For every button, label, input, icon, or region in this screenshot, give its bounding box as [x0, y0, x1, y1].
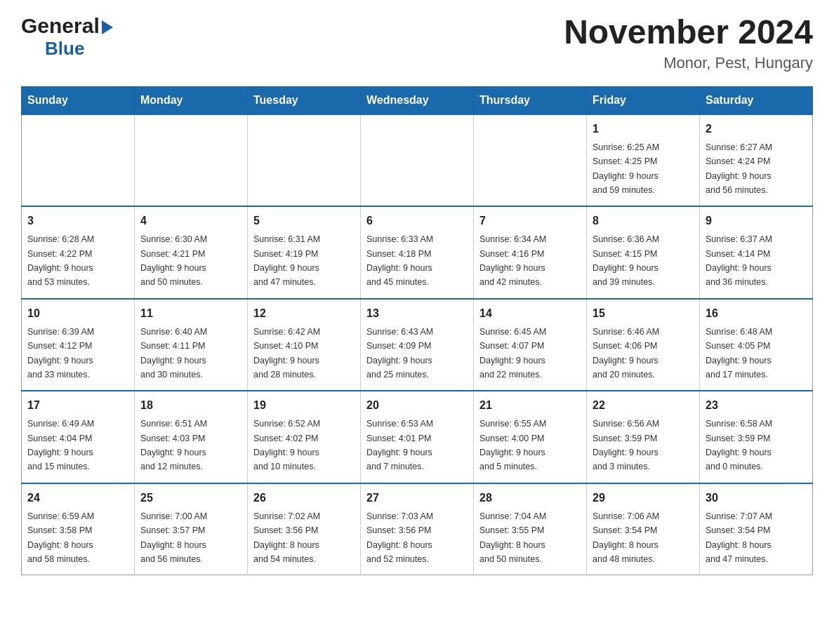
calendar-cell: 30Sunrise: 7:07 AMSunset: 3:54 PMDayligh… [700, 483, 813, 575]
day-number: 4 [140, 213, 241, 229]
calendar-cell: 21Sunrise: 6:55 AMSunset: 4:00 PMDayligh… [474, 391, 587, 483]
day-number: 14 [479, 305, 581, 322]
day-number: 7 [479, 213, 581, 229]
day-number: 23 [706, 397, 807, 414]
day-info: Sunrise: 6:27 AMSunset: 4:24 PMDaylight:… [706, 142, 772, 195]
calendar-cell: 23Sunrise: 6:58 AMSunset: 3:59 PMDayligh… [700, 391, 813, 483]
calendar-cell: 10Sunrise: 6:39 AMSunset: 4:12 PMDayligh… [22, 299, 135, 391]
weekday-header-saturday: Saturday [700, 86, 813, 114]
day-info: Sunrise: 6:59 AMSunset: 3:58 PMDaylight:… [27, 511, 94, 564]
calendar-cell [135, 114, 248, 207]
calendar-week-row: 1Sunrise: 6:25 AMSunset: 4:25 PMDaylight… [22, 114, 813, 207]
day-info: Sunrise: 6:28 AMSunset: 4:22 PMDaylight:… [27, 234, 94, 287]
day-info: Sunrise: 6:46 AMSunset: 4:06 PMDaylight:… [593, 327, 659, 380]
day-number: 8 [593, 213, 694, 229]
logo-arrow-icon [102, 20, 113, 34]
day-info: Sunrise: 6:58 AMSunset: 3:59 PMDaylight:… [706, 419, 772, 471]
calendar-subtitle: Monor, Pest, Hungary [564, 54, 813, 72]
calendar-cell: 7Sunrise: 6:34 AMSunset: 4:16 PMDaylight… [474, 206, 587, 299]
calendar-cell: 25Sunrise: 7:00 AMSunset: 3:57 PMDayligh… [135, 483, 248, 575]
day-info: Sunrise: 6:25 AMSunset: 4:25 PMDaylight:… [593, 142, 659, 195]
calendar-cell [248, 114, 361, 207]
day-info: Sunrise: 6:37 AMSunset: 4:14 PMDaylight:… [706, 234, 772, 287]
weekday-header-thursday: Thursday [474, 86, 587, 114]
day-number: 28 [479, 490, 581, 507]
day-number: 2 [706, 121, 807, 137]
calendar-title: November 2024 [564, 14, 813, 51]
calendar-cell: 16Sunrise: 6:48 AMSunset: 4:05 PMDayligh… [700, 299, 813, 391]
calendar-week-row: 3Sunrise: 6:28 AMSunset: 4:22 PMDaylight… [22, 206, 813, 299]
day-number: 10 [27, 305, 128, 322]
day-number: 26 [253, 490, 355, 507]
day-info: Sunrise: 7:06 AMSunset: 3:54 PMDaylight:… [593, 511, 659, 564]
day-number: 9 [706, 213, 807, 229]
day-info: Sunrise: 6:39 AMSunset: 4:12 PMDaylight:… [27, 327, 94, 380]
calendar-cell [474, 114, 587, 207]
day-number: 13 [366, 305, 468, 322]
day-info: Sunrise: 6:56 AMSunset: 3:59 PMDaylight:… [593, 419, 659, 471]
calendar-cell: 5Sunrise: 6:31 AMSunset: 4:19 PMDaylight… [248, 206, 361, 299]
calendar-cell: 28Sunrise: 7:04 AMSunset: 3:55 PMDayligh… [474, 483, 587, 575]
calendar-cell: 19Sunrise: 6:52 AMSunset: 4:02 PMDayligh… [248, 391, 361, 483]
logo-general-text: General [21, 14, 100, 38]
day-number: 6 [366, 213, 468, 229]
calendar-table: SundayMondayTuesdayWednesdayThursdayFrid… [21, 86, 813, 576]
day-info: Sunrise: 6:55 AMSunset: 4:00 PMDaylight:… [479, 419, 546, 471]
calendar-cell: 4Sunrise: 6:30 AMSunset: 4:21 PMDaylight… [135, 206, 248, 299]
day-info: Sunrise: 6:51 AMSunset: 4:03 PMDaylight:… [140, 419, 207, 471]
calendar-cell: 11Sunrise: 6:40 AMSunset: 4:11 PMDayligh… [135, 299, 248, 391]
day-info: Sunrise: 6:30 AMSunset: 4:21 PMDaylight:… [140, 234, 207, 287]
day-number: 22 [593, 397, 694, 414]
weekday-header-row: SundayMondayTuesdayWednesdayThursdayFrid… [22, 86, 813, 114]
day-info: Sunrise: 6:34 AMSunset: 4:16 PMDaylight:… [479, 234, 546, 287]
calendar-cell [22, 114, 135, 207]
calendar-header: SundayMondayTuesdayWednesdayThursdayFrid… [22, 86, 813, 114]
day-number: 17 [27, 397, 128, 414]
weekday-header-sunday: Sunday [22, 86, 135, 114]
calendar-week-row: 24Sunrise: 6:59 AMSunset: 3:58 PMDayligh… [22, 483, 813, 575]
calendar-cell: 1Sunrise: 6:25 AMSunset: 4:25 PMDaylight… [587, 114, 700, 207]
calendar-cell: 13Sunrise: 6:43 AMSunset: 4:09 PMDayligh… [361, 299, 474, 391]
title-section: November 2024 Monor, Pest, Hungary [564, 14, 813, 72]
day-info: Sunrise: 6:48 AMSunset: 4:05 PMDaylight:… [706, 327, 772, 380]
calendar-cell: 14Sunrise: 6:45 AMSunset: 4:07 PMDayligh… [474, 299, 587, 391]
day-info: Sunrise: 7:04 AMSunset: 3:55 PMDaylight:… [479, 511, 546, 564]
calendar-cell: 12Sunrise: 6:42 AMSunset: 4:10 PMDayligh… [248, 299, 361, 391]
logo: General Blue [21, 14, 113, 60]
day-info: Sunrise: 7:07 AMSunset: 3:54 PMDaylight:… [706, 511, 772, 564]
day-number: 3 [27, 213, 128, 229]
day-number: 1 [593, 121, 694, 137]
day-info: Sunrise: 6:40 AMSunset: 4:11 PMDaylight:… [140, 327, 207, 380]
weekday-header-tuesday: Tuesday [248, 86, 361, 114]
day-info: Sunrise: 7:03 AMSunset: 3:56 PMDaylight:… [366, 511, 433, 564]
calendar-cell [361, 114, 474, 207]
calendar-cell: 29Sunrise: 7:06 AMSunset: 3:54 PMDayligh… [587, 483, 700, 575]
day-number: 18 [140, 397, 241, 414]
day-info: Sunrise: 6:52 AMSunset: 4:02 PMDaylight:… [253, 419, 320, 471]
calendar-cell: 18Sunrise: 6:51 AMSunset: 4:03 PMDayligh… [135, 391, 248, 483]
calendar-cell: 2Sunrise: 6:27 AMSunset: 4:24 PMDaylight… [700, 114, 813, 207]
day-info: Sunrise: 6:33 AMSunset: 4:18 PMDaylight:… [366, 234, 433, 287]
day-number: 24 [27, 490, 128, 507]
calendar-week-row: 17Sunrise: 6:49 AMSunset: 4:04 PMDayligh… [22, 391, 813, 483]
day-number: 27 [366, 490, 468, 507]
weekday-header-monday: Monday [135, 86, 248, 114]
page-header: General Blue November 2024 Monor, Pest, … [21, 14, 813, 72]
day-info: Sunrise: 6:43 AMSunset: 4:09 PMDaylight:… [366, 327, 433, 380]
day-info: Sunrise: 6:36 AMSunset: 4:15 PMDaylight:… [593, 234, 659, 287]
day-number: 25 [140, 490, 241, 507]
day-number: 21 [479, 397, 581, 414]
day-number: 5 [253, 213, 355, 229]
day-info: Sunrise: 6:53 AMSunset: 4:01 PMDaylight:… [366, 419, 433, 471]
day-number: 11 [140, 305, 241, 322]
calendar-cell: 26Sunrise: 7:02 AMSunset: 3:56 PMDayligh… [248, 483, 361, 575]
calendar-cell: 27Sunrise: 7:03 AMSunset: 3:56 PMDayligh… [361, 483, 474, 575]
day-number: 20 [366, 397, 468, 414]
day-number: 29 [593, 490, 694, 507]
calendar-week-row: 10Sunrise: 6:39 AMSunset: 4:12 PMDayligh… [22, 299, 813, 391]
calendar-cell: 6Sunrise: 6:33 AMSunset: 4:18 PMDaylight… [361, 206, 474, 299]
weekday-header-friday: Friday [587, 86, 700, 114]
calendar-cell: 24Sunrise: 6:59 AMSunset: 3:58 PMDayligh… [22, 483, 135, 575]
day-info: Sunrise: 6:45 AMSunset: 4:07 PMDaylight:… [479, 327, 546, 380]
day-info: Sunrise: 6:49 AMSunset: 4:04 PMDaylight:… [27, 419, 94, 471]
